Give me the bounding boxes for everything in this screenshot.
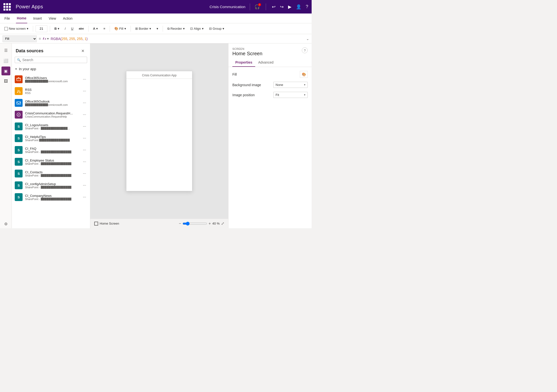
help-button[interactable]: ? — [302, 47, 308, 53]
align-menu-chevron-icon: ▾ — [202, 27, 204, 30]
menu-view[interactable]: View — [48, 14, 57, 23]
ds-more-button[interactable]: ··· — [82, 171, 87, 176]
ds-more-button[interactable]: ··· — [82, 100, 87, 106]
list-item[interactable]: S CI_Employee Status SharePoint - ██████… — [12, 156, 90, 168]
reorder-button[interactable]: ⧉ Reorder ▾ — [165, 26, 187, 32]
menu-insert[interactable]: Insert — [32, 14, 43, 23]
ds-name: CI_CompanyNews — [25, 194, 80, 198]
group-button[interactable]: ⊟ Group ▾ — [207, 26, 226, 31]
font-size-input[interactable] — [36, 25, 47, 32]
group-icon: ⊟ — [209, 27, 212, 30]
redo-icon[interactable]: ↪ — [280, 4, 284, 10]
crisis-icon — [15, 111, 23, 119]
formula-expand-icon[interactable]: ⌄ — [306, 37, 309, 41]
formula-display[interactable]: RGBA(255, 255, 255, 1) — [51, 37, 304, 41]
font-color-button[interactable]: A ▾ — [91, 26, 100, 31]
ds-name: CI_HelpfulTips — [25, 135, 80, 139]
zoom-slider[interactable] — [183, 222, 207, 226]
tab-advanced[interactable]: Advanced — [255, 58, 276, 67]
toolbar-separator — [163, 26, 163, 32]
sidebar-screens-icon[interactable]: ⬜ — [1, 56, 10, 65]
menu-file[interactable]: File — [3, 14, 11, 23]
dropdown-button[interactable]: ▾ — [155, 26, 160, 31]
strikethrough-button[interactable]: abc — [77, 26, 86, 31]
list-item[interactable]: S CI_Contacts SharePoint - █████████████… — [12, 168, 90, 179]
ds-more-button[interactable]: ··· — [82, 124, 87, 129]
sidebar-icons: ☰ ⬜ ▣ 🖼 ⚙ — [0, 43, 12, 228]
align-button[interactable]: ≡ — [101, 26, 107, 31]
ds-more-button[interactable]: ··· — [82, 135, 87, 141]
group-chevron-icon: ▾ — [223, 27, 224, 30]
zoom-expand-icon[interactable]: ⤢ — [221, 221, 224, 226]
sp-logosassets-icon: S — [15, 122, 23, 130]
ds-more-button[interactable]: ··· — [82, 88, 87, 94]
background-image-label: Background image — [232, 83, 261, 87]
ds-more-button[interactable]: ··· — [82, 77, 87, 82]
sp-adminsetup-icon: S — [15, 181, 23, 189]
in-your-app-section[interactable]: ▼ In your app — [12, 66, 90, 72]
grid-icon[interactable] — [3, 3, 11, 11]
list-item[interactable]: RSS RSS ··· — [12, 85, 90, 97]
list-item[interactable]: S CI_CompanyNews SharePoint - ██████████… — [12, 191, 90, 203]
headset-icon[interactable]: 🎧 1 — [254, 4, 260, 10]
background-image-dropdown[interactable]: None ▾ — [273, 82, 308, 88]
sidebar-media-icon[interactable]: 🖼 — [1, 77, 10, 86]
ds-sub: SharePoint - ████████████████ — [25, 150, 80, 153]
border-button[interactable]: ⊞ Border ▾ — [133, 26, 153, 31]
bold-icon: B — [54, 27, 57, 30]
menu-action[interactable]: Action — [62, 14, 74, 23]
panel-close-button[interactable]: ✕ — [79, 47, 86, 54]
font-color-icon: A — [93, 27, 95, 30]
tab-properties[interactable]: Properties — [232, 58, 255, 67]
ds-more-button[interactable]: ··· — [82, 147, 87, 153]
svg-rect-3 — [17, 102, 21, 104]
list-item[interactable]: S CI_configAdminSetup SharePoint - █████… — [12, 179, 90, 191]
sp-contacts-info: CI_Contacts SharePoint - ███████████████… — [25, 170, 80, 177]
list-item[interactable]: S CI_HelpfulTips SharePoint ████████████… — [12, 132, 90, 144]
list-item[interactable]: CrisisCommunication.RequestH... CrisisCo… — [12, 109, 90, 121]
slash-button[interactable]: / — [63, 26, 68, 31]
sidebar-data-icon[interactable]: ▣ — [1, 67, 10, 75]
list-item[interactable]: S CI_LogosAssets SharePoint - ██████████… — [12, 121, 90, 132]
list-item[interactable]: Office365Outlook ████████████onmicrosoft… — [12, 97, 90, 109]
ds-more-button[interactable]: ··· — [82, 183, 87, 188]
sp-faq-info: CI_FAQ SharePoint - ████████████████ — [25, 147, 80, 153]
sp-adminsetup-info: CI_configAdminSetup SharePoint - ███████… — [25, 182, 80, 189]
new-screen-button[interactable]: New screen ▾ — [2, 26, 30, 31]
zoom-plus-button[interactable]: + — [209, 221, 211, 226]
list-item[interactable]: S CI_FAQ SharePoint - ████████████████ ·… — [12, 144, 90, 156]
sidebar-menu-icon[interactable]: ☰ — [1, 46, 10, 55]
play-icon[interactable]: ▶ — [288, 4, 292, 10]
ds-more-button[interactable]: ··· — [82, 112, 87, 117]
ds-more-button[interactable]: ··· — [82, 159, 87, 164]
bold-button[interactable]: B ▾ — [53, 26, 61, 31]
underline-button[interactable]: U — [69, 26, 75, 31]
image-position-dropdown[interactable]: Fit ▾ — [273, 92, 308, 98]
svg-point-2 — [17, 92, 18, 93]
phone-frame: Crisis Communication App — [126, 71, 192, 191]
user-icon[interactable]: 👤 — [296, 4, 301, 10]
zoom-minus-button[interactable]: − — [179, 221, 181, 226]
align-menu-button[interactable]: ⊡ Align ▾ — [188, 26, 206, 31]
group-label: Group — [213, 27, 222, 30]
align-menu-icon: ⊡ — [190, 27, 193, 30]
svg-point-1 — [18, 77, 19, 78]
phone-body[interactable] — [126, 79, 192, 191]
fill-row: Fill 🎨 — [232, 71, 308, 78]
sidebar-controls-icon[interactable]: ⚙ — [1, 219, 10, 228]
new-screen-label: New screen — [9, 27, 26, 30]
ds-more-button[interactable]: ··· — [82, 194, 87, 200]
fx-button[interactable]: f x ▾ — [43, 37, 49, 41]
app-title: Power Apps — [16, 4, 43, 10]
search-input[interactable] — [22, 58, 85, 62]
help-icon[interactable]: ? — [306, 4, 308, 9]
phone-title: Crisis Communication App — [142, 74, 177, 77]
fill-button[interactable]: 🎨 Fill ▾ — [112, 26, 128, 31]
fill-color-button[interactable]: 🎨 — [300, 71, 308, 78]
list-item[interactable]: Office365Users ████████████onmicrosoft.c… — [12, 73, 90, 85]
property-selector[interactable]: Fill — [2, 35, 37, 42]
undo-icon[interactable]: ↩ — [272, 4, 276, 10]
ds-sub: SharePoint - ████████████████ — [25, 162, 80, 165]
menu-home[interactable]: Home — [16, 14, 27, 23]
align-icon: ≡ — [103, 27, 105, 30]
